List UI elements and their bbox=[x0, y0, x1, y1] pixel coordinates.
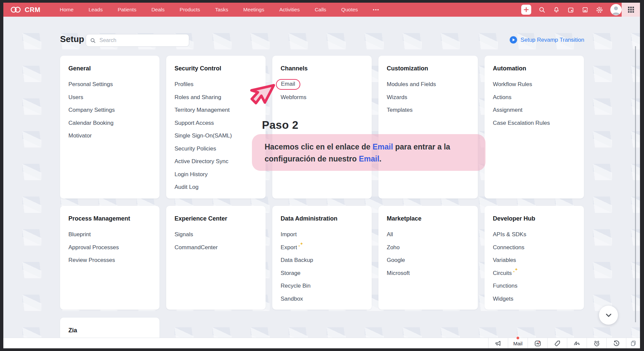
window-frame: CRM HomeLeadsPatientsDealsProductsTasksM… bbox=[0, 0, 644, 351]
setup-link-email[interactable]: Email bbox=[281, 78, 364, 91]
setup-link-security-policies[interactable]: Security Policies bbox=[175, 142, 258, 155]
brand[interactable]: CRM bbox=[10, 6, 40, 14]
setup-link-data-backup[interactable]: Data Backup bbox=[281, 254, 364, 267]
setup-link-commandcenter[interactable]: CommandCenter bbox=[175, 241, 258, 254]
annotation-arrow-icon bbox=[249, 82, 278, 111]
link-label: Variables bbox=[493, 257, 516, 264]
link-label: Security Policies bbox=[175, 145, 216, 152]
setup-link-roles-and-sharing[interactable]: Roles and Sharing bbox=[175, 91, 258, 104]
nav-item-tasks[interactable]: Tasks bbox=[215, 7, 228, 13]
setup-link-single-sign-on-saml-[interactable]: Single Sign-On(SAML) bbox=[175, 129, 258, 142]
setup-link-export[interactable]: Export✦✦ bbox=[281, 241, 364, 254]
setup-link-review-processes[interactable]: Review Processes bbox=[68, 254, 151, 267]
link-label: Users bbox=[68, 94, 83, 101]
notification-dot bbox=[516, 336, 520, 340]
calendar-button[interactable] bbox=[567, 6, 574, 13]
app-launcher-button[interactable] bbox=[622, 3, 640, 17]
link-label: Import bbox=[281, 231, 297, 238]
setup-link-connections[interactable]: Connections bbox=[493, 241, 576, 254]
setup-link-import[interactable]: Import bbox=[281, 228, 364, 241]
reminders-button[interactable] bbox=[587, 338, 606, 348]
setup-link-functions[interactable]: Functions bbox=[493, 280, 576, 293]
setup-link-audit-log[interactable]: Audit Log bbox=[175, 181, 258, 194]
copy-icon bbox=[630, 340, 637, 347]
link-label: Case Escalation Rules bbox=[493, 120, 550, 126]
nav-item-activities[interactable]: Activities bbox=[279, 7, 300, 13]
setup-card-security-control: Security ControlProfilesRoles and Sharin… bbox=[166, 56, 266, 199]
setup-link-blueprint[interactable]: Blueprint bbox=[68, 228, 151, 241]
setup-link-templates[interactable]: Templates bbox=[387, 104, 470, 117]
nav-item-home[interactable]: Home bbox=[60, 7, 73, 13]
setup-card-experience-center: Experience CenterSignalsCommandCenter bbox=[166, 206, 266, 310]
search-button[interactable] bbox=[539, 6, 546, 13]
setup-link-profiles[interactable]: Profiles bbox=[175, 78, 258, 91]
scroll-down-button[interactable] bbox=[599, 306, 618, 325]
marketplace-button[interactable] bbox=[582, 6, 589, 13]
nav-item-patients[interactable]: Patients bbox=[118, 7, 136, 13]
search-icon bbox=[539, 6, 546, 13]
recent-items-button[interactable] bbox=[606, 338, 626, 348]
setup-link-microsoft[interactable]: Microsoft bbox=[387, 267, 470, 280]
nav-more-button[interactable]: ••• bbox=[373, 7, 380, 12]
setup-link-approval-processes[interactable]: Approval Processes bbox=[68, 241, 151, 254]
setup-link-webforms[interactable]: Webforms bbox=[281, 91, 364, 104]
setup-link-territory-management[interactable]: Territory Management bbox=[175, 104, 258, 117]
setup-link-login-history[interactable]: Login History bbox=[175, 168, 258, 181]
setup-link-apis-sdks[interactable]: APIs & SDKs bbox=[493, 228, 576, 241]
nav-item-quotes[interactable]: Quotes bbox=[341, 7, 358, 13]
nav-item-leads[interactable]: Leads bbox=[88, 7, 102, 13]
mail-button[interactable]: Mail bbox=[508, 338, 528, 348]
setup-link-case-escalation-rules[interactable]: Case Escalation Rules bbox=[493, 117, 576, 130]
search-input[interactable] bbox=[99, 37, 185, 44]
nav-item-products[interactable]: Products bbox=[180, 7, 200, 13]
setup-link-users[interactable]: Users bbox=[68, 91, 151, 104]
setup-link-sandbox[interactable]: Sandbox bbox=[281, 293, 364, 306]
setup-link-recycle-bin[interactable]: Recycle Bin bbox=[281, 280, 364, 293]
pulse-icon bbox=[534, 340, 541, 347]
setup-link-zoho[interactable]: Zoho bbox=[387, 241, 470, 254]
setup-link-circuits[interactable]: Circuits✦✦ bbox=[493, 267, 576, 280]
setup-link-active-directory-sync[interactable]: Active Directory Sync bbox=[175, 155, 258, 168]
setup-link-workflow-rules[interactable]: Workflow Rules bbox=[493, 78, 576, 91]
setup-link-support-access[interactable]: Support Access bbox=[175, 117, 258, 130]
setup-link-modules-and-fields[interactable]: Modules and Fields bbox=[387, 78, 470, 91]
annotation-email-link: Email bbox=[372, 142, 393, 151]
setup-search[interactable] bbox=[86, 34, 189, 47]
notifications-button[interactable] bbox=[553, 6, 560, 13]
setup-link-wizards[interactable]: Wizards bbox=[387, 91, 470, 104]
nav-item-deals[interactable]: Deals bbox=[151, 7, 165, 13]
setup-link-signals[interactable]: Signals bbox=[175, 228, 258, 241]
zia-button[interactable] bbox=[567, 338, 587, 348]
link-label: Support Access bbox=[175, 120, 214, 126]
quick-create-button[interactable] bbox=[521, 5, 531, 15]
settings-button[interactable] bbox=[596, 6, 603, 13]
setup-link-variables[interactable]: Variables bbox=[493, 254, 576, 267]
nav-item-meetings[interactable]: Meetings bbox=[243, 7, 264, 13]
link-label: Google bbox=[387, 257, 405, 264]
link-label: Zoho bbox=[387, 244, 400, 251]
copy-button[interactable] bbox=[626, 338, 640, 348]
link-label: Personal Settings bbox=[68, 81, 113, 88]
bottom-statusbar: Mail bbox=[3, 338, 640, 348]
tag-button[interactable] bbox=[547, 338, 567, 348]
vertical-scrollbar[interactable] bbox=[635, 46, 636, 322]
signals-button[interactable] bbox=[528, 338, 547, 348]
setup-link-actions[interactable]: Actions bbox=[493, 91, 576, 104]
card-title: Developer Hub bbox=[493, 215, 576, 222]
setup-link-storage[interactable]: Storage bbox=[281, 267, 364, 280]
mail-label: Mail bbox=[513, 341, 523, 346]
announcements-button[interactable] bbox=[488, 338, 508, 348]
setup-link-company-settings[interactable]: Company Settings bbox=[68, 104, 151, 117]
setup-link-widgets[interactable]: Widgets bbox=[493, 293, 576, 306]
setup-link-calendar-booking[interactable]: Calendar Booking bbox=[68, 117, 151, 130]
setup-link-personal-settings[interactable]: Personal Settings bbox=[68, 78, 151, 91]
avatar[interactable] bbox=[610, 4, 622, 15]
link-label: Email bbox=[276, 79, 300, 90]
link-label: Circuits bbox=[493, 270, 512, 277]
setup-link-google[interactable]: Google bbox=[387, 254, 470, 267]
setup-link-assignment[interactable]: Assignment bbox=[493, 104, 576, 117]
nav-item-calls[interactable]: Calls bbox=[315, 7, 326, 13]
setup-link-all[interactable]: All bbox=[387, 228, 470, 241]
setup-link-motivator[interactable]: Motivator bbox=[68, 129, 151, 142]
setup-revamp-link[interactable]: Setup Revamp Transition bbox=[510, 36, 584, 44]
